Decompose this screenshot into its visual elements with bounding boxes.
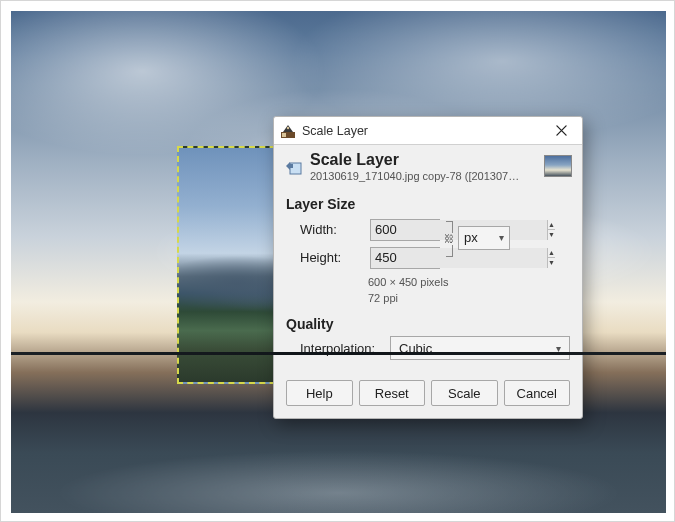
height-field[interactable]	[371, 248, 547, 268]
interpolation-value: Cubic	[399, 341, 432, 356]
width-step-down[interactable]: ▼	[547, 230, 555, 240]
interpolation-select[interactable]: Cubic ▾	[390, 336, 570, 360]
window-title: Scale Layer	[302, 124, 544, 138]
dialog-header: Scale Layer 20130619_171040.jpg copy-78 …	[274, 145, 582, 186]
scale-button[interactable]: Scale	[431, 380, 498, 406]
layer-size-row: Width: ▲ ▼ Height:	[286, 216, 570, 272]
height-step-down[interactable]: ▼	[547, 258, 555, 268]
chain-icon: ⛓	[444, 233, 454, 245]
close-icon	[556, 125, 567, 136]
layer-thumbnail[interactable]	[544, 155, 572, 177]
interpolation-label: Interpolation:	[300, 341, 384, 356]
dialog-footer: Help Reset Scale Cancel	[274, 370, 582, 418]
scale-layer-icon	[284, 157, 302, 175]
height-label: Height:	[300, 250, 364, 265]
dialog-title: Scale Layer	[310, 151, 520, 169]
dialog-subtitle: 20130619_171040.jpg copy-78 ([20130701_…	[310, 170, 520, 182]
svg-point-3	[287, 126, 289, 128]
app-icon	[280, 123, 296, 139]
chevron-down-icon: ▾	[556, 343, 561, 354]
image-canvas[interactable]: Scale Layer Scale Layer 20130619_1710	[11, 11, 666, 513]
scale-layer-dialog: Scale Layer Scale Layer 20130619_1710	[273, 116, 583, 419]
help-button[interactable]: Help	[286, 380, 353, 406]
ppi-summary: 72 ppi	[368, 291, 570, 306]
aspect-chain-toggle[interactable]: ⛓	[442, 216, 456, 262]
reset-button[interactable]: Reset	[359, 380, 426, 406]
unit-value: px	[464, 230, 478, 245]
height-step-up[interactable]: ▲	[547, 248, 555, 259]
pixel-summary: 600 × 450 pixels	[368, 275, 570, 290]
width-input[interactable]: ▲ ▼	[370, 219, 440, 241]
svg-rect-1	[282, 133, 286, 137]
width-label: Width:	[300, 222, 364, 237]
dialog-body: Layer Size Width: ▲ ▼	[274, 186, 582, 371]
height-row: Height: ▲ ▼	[300, 247, 440, 269]
unit-select[interactable]: px ▾	[458, 226, 510, 250]
width-step-up[interactable]: ▲	[547, 220, 555, 231]
height-input[interactable]: ▲ ▼	[370, 247, 440, 269]
dialog-header-text: Scale Layer 20130619_171040.jpg copy-78 …	[310, 151, 520, 182]
quality-heading: Quality	[286, 316, 570, 332]
layer-size-heading: Layer Size	[286, 196, 570, 212]
chevron-down-icon: ▾	[499, 232, 504, 243]
close-button[interactable]	[544, 120, 578, 142]
titlebar[interactable]: Scale Layer	[274, 117, 582, 145]
app-frame: Scale Layer Scale Layer 20130619_1710	[0, 0, 675, 522]
interpolation-row: Interpolation: Cubic ▾	[300, 336, 570, 360]
width-row: Width: ▲ ▼	[300, 219, 440, 241]
cancel-button[interactable]: Cancel	[504, 380, 571, 406]
